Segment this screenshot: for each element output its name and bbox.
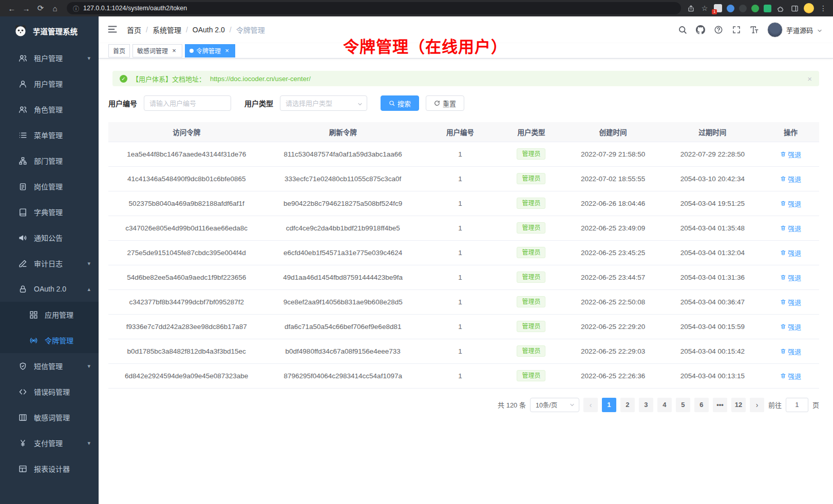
force-logout-button[interactable]: 强退: [780, 297, 801, 307]
user-type-badge: 管理员: [517, 173, 545, 184]
sidebar-item-sensitive-word[interactable]: 敏感词管理: [0, 404, 99, 430]
force-logout-button[interactable]: 强退: [780, 273, 801, 282]
goto-page-input[interactable]: [786, 398, 808, 412]
pagination-page-button[interactable]: 6: [694, 398, 709, 412]
force-logout-button[interactable]: 强退: [780, 371, 801, 381]
breadcrumb: 首页 / 系统管理 / OAuth 2.0 / 令牌管理: [127, 25, 265, 35]
force-logout-button[interactable]: 强退: [780, 248, 801, 258]
breadcrumb-home[interactable]: 首页: [127, 25, 141, 35]
side-panel-icon[interactable]: [790, 4, 799, 13]
user-type-badge: 管理员: [517, 272, 545, 283]
pagination-page-button[interactable]: 12: [731, 398, 746, 412]
sidebar-item-tenant-management[interactable]: 租户管理 ▾: [0, 45, 99, 71]
font-size-icon[interactable]: [749, 25, 760, 35]
table-row: f9336e7c7dd242a283ee98dc86b17a87 dfa6c71…: [108, 314, 819, 339]
pagination-page-button[interactable]: 4: [657, 398, 672, 412]
search-icon[interactable]: [677, 25, 688, 35]
sidebar-item-label: OAuth 2.0: [34, 285, 66, 293]
extension-icon-4[interactable]: [751, 5, 759, 12]
bookmark-star-icon[interactable]: ☆: [700, 4, 709, 13]
browser-forward-icon[interactable]: →: [20, 2, 33, 14]
fullscreen-icon[interactable]: [731, 25, 742, 35]
sidebar-item-dept-management[interactable]: 部门管理: [0, 148, 99, 173]
force-logout-button[interactable]: 强退: [780, 174, 801, 184]
sidebar-item-token-management[interactable]: 令牌管理: [0, 327, 99, 353]
tab-token[interactable]: 令牌管理 ×: [185, 44, 235, 57]
force-logout-button[interactable]: 强退: [780, 223, 801, 233]
sidebar-item-oauth2[interactable]: OAuth 2.0 ▴: [0, 276, 99, 302]
share-icon[interactable]: [686, 4, 695, 13]
sidebar-item-payment-management[interactable]: 支付管理 ▾: [0, 430, 99, 456]
force-logout-button[interactable]: 强退: [780, 346, 801, 356]
trash-icon: [780, 200, 786, 206]
sidebar-item-error-code[interactable]: 错误码管理: [0, 379, 99, 404]
force-logout-button[interactable]: 强退: [780, 199, 801, 208]
force-logout-button[interactable]: 强退: [780, 149, 801, 159]
extension-icon-5[interactable]: [764, 5, 771, 12]
pagination-page-button[interactable]: •••: [713, 398, 727, 412]
extensions-puzzle-icon[interactable]: [776, 4, 785, 13]
breadcrumb-system[interactable]: 系统管理: [153, 25, 181, 35]
pagination-page-button[interactable]: 5: [676, 398, 690, 412]
sidebar-item-label: 报表设计器: [34, 463, 70, 474]
sidebar-item-role-management[interactable]: 角色管理: [0, 96, 99, 122]
extension-icon-3[interactable]: [739, 5, 747, 12]
tab-close-icon[interactable]: ×: [223, 47, 231, 54]
breadcrumb-oauth2[interactable]: OAuth 2.0: [193, 26, 225, 34]
sidebar-item-app-management[interactable]: 应用管理: [0, 302, 99, 327]
page-size-select[interactable]: [530, 398, 579, 412]
tab-sensitive-word[interactable]: 敏感词管理 ×: [132, 44, 182, 57]
page-content: ✓ 【用户体系】文档地址： https://doc.iocoder.cn/use…: [99, 59, 833, 504]
extension-icon-2[interactable]: [727, 5, 734, 12]
sidebar-item-audit-log[interactable]: 审计日志 ▾: [0, 250, 99, 276]
user-dropdown[interactable]: 芋道源码: [767, 22, 823, 37]
col-user-id: 用户编号: [421, 122, 499, 142]
created-cell: 2022-07-29 21:58:50: [563, 142, 663, 166]
search-button[interactable]: 搜索: [381, 95, 419, 111]
pagination-page-button[interactable]: 3: [639, 398, 653, 412]
user-icon: [18, 80, 27, 88]
table-row: 41c41346a548490f9dc8b01c6bfe0865 333ecfc…: [108, 166, 819, 191]
pagination-page-button[interactable]: 2: [620, 398, 635, 412]
browser-reload-icon[interactable]: ⟳: [34, 2, 47, 14]
pagination-page-button[interactable]: 1: [602, 398, 616, 412]
browser-home-icon[interactable]: ⌂: [48, 2, 62, 14]
broadcast-icon: [29, 336, 38, 345]
sidebar-item-user-management[interactable]: 用户管理: [0, 71, 99, 96]
sidebar-item-menu-management[interactable]: 菜单管理: [0, 122, 99, 148]
sidebar-item-post-management[interactable]: 岗位管理: [0, 173, 99, 199]
sidebar-item-label: 角色管理: [34, 104, 63, 114]
columns-icon: [18, 413, 27, 422]
doc-link[interactable]: https://doc.iocoder.cn/user-center/: [210, 75, 311, 83]
expires-cell: 2054-03-10 20:42:34: [662, 166, 762, 191]
reset-button[interactable]: 重置: [426, 95, 464, 111]
app-logo[interactable]: 芋道管理系统: [0, 16, 99, 45]
address-bar[interactable]: ⓘ 127.0.0.1:1024/system/oauth2/token: [67, 2, 681, 14]
tab-home[interactable]: 首页 ×: [108, 44, 130, 57]
next-page-button[interactable]: ›: [750, 398, 764, 412]
alert-close-icon[interactable]: ×: [807, 74, 812, 83]
trash-icon: [780, 348, 786, 354]
sidebar-item-sms-management[interactable]: 短信管理 ▾: [0, 353, 99, 379]
refresh-token-cell: 333ecfc71e02480cb11055c875c3ca0f: [264, 166, 421, 191]
refresh-token-cell: b0df4980ffd34c67a08f9156e4eee733: [264, 339, 421, 363]
force-logout-button[interactable]: 强退: [780, 322, 801, 332]
user-id-input[interactable]: [144, 95, 231, 111]
tab-close-icon[interactable]: ×: [171, 47, 178, 54]
sidebar-item-notice[interactable]: 通知公告: [0, 225, 99, 250]
sidebar-item-report-designer[interactable]: 报表设计器: [0, 456, 99, 481]
browser-profile-avatar[interactable]: [804, 3, 814, 13]
help-icon[interactable]: [713, 25, 724, 35]
browser-back-icon[interactable]: ←: [5, 2, 18, 14]
sidebar-collapse-icon[interactable]: [107, 24, 119, 35]
user-id-cell: 1: [421, 166, 499, 191]
sidebar-item-dict-management[interactable]: 字典管理: [0, 199, 99, 225]
extension-icon-1[interactable]: 1: [714, 4, 722, 12]
github-icon[interactable]: [695, 25, 706, 35]
site-info-icon[interactable]: ⓘ: [73, 4, 79, 13]
user-type-select[interactable]: [280, 95, 367, 111]
prev-page-button[interactable]: ‹: [583, 398, 598, 412]
browser-menu-icon[interactable]: ⋮: [819, 4, 828, 13]
total-count: 共 120 条: [498, 400, 526, 410]
alert-text: 【用户体系】文档地址：: [132, 74, 205, 84]
